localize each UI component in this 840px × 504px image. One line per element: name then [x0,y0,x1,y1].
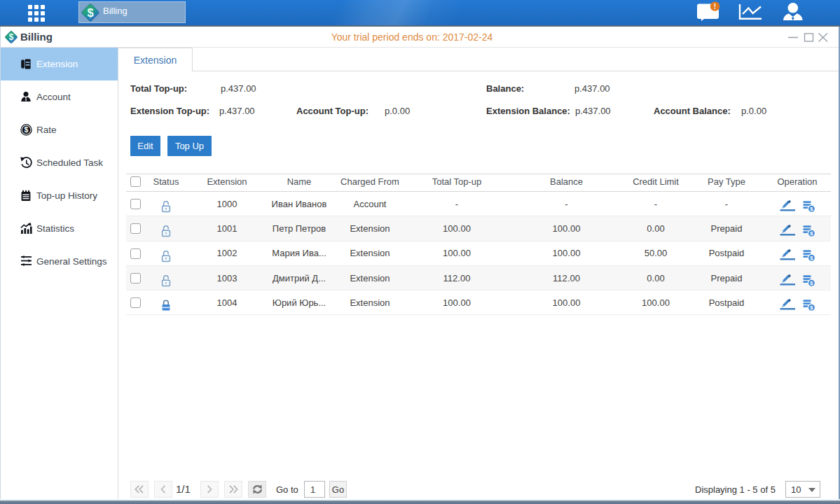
svg-text:$: $ [9,32,14,42]
svg-text:!: ! [714,3,716,10]
svg-text:$: $ [87,6,93,18]
svg-text:$: $ [25,125,29,134]
